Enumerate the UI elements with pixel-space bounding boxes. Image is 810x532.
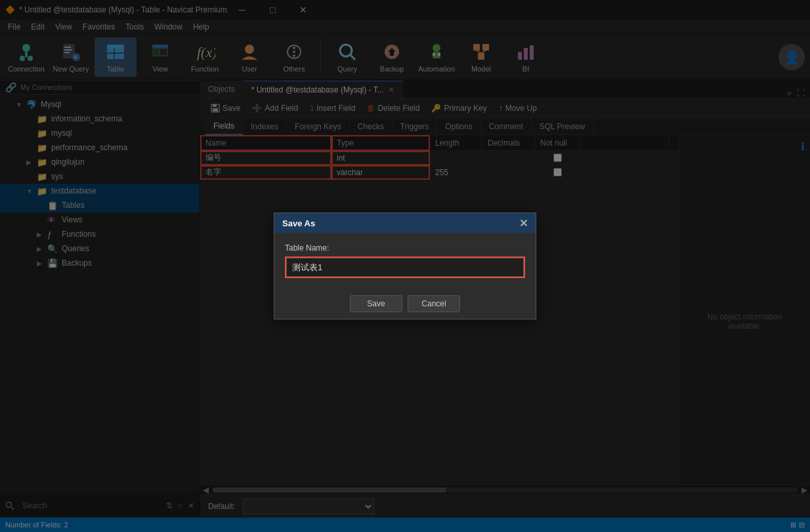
modal-save-button[interactable]: Save [350, 295, 402, 312]
modal-overlay: Save As ✕ Table Name: Save Cancel [0, 0, 810, 532]
modal-body: Table Name: [274, 233, 536, 289]
modal-footer: Save Cancel [274, 289, 536, 319]
modal-title: Save As [282, 218, 315, 228]
modal-header: Save As ✕ [274, 213, 536, 233]
table-name-input[interactable] [286, 258, 524, 277]
table-name-input-wrapper [285, 256, 525, 278]
save-as-modal: Save As ✕ Table Name: Save Cancel [274, 213, 536, 319]
table-name-label: Table Name: [285, 243, 525, 253]
modal-cancel-button[interactable]: Cancel [408, 295, 460, 312]
modal-close-button[interactable]: ✕ [519, 217, 528, 230]
